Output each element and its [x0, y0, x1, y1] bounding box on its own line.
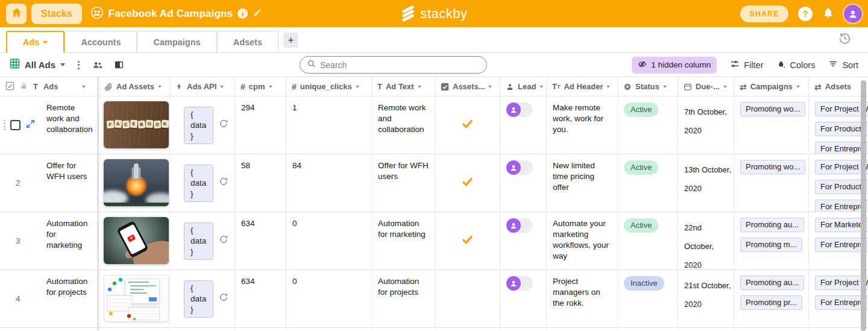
cell-assets-checkbox[interactable]	[435, 154, 500, 212]
cell-campaigns[interactable]: Promoting wo...	[734, 154, 809, 212]
cell-ad-header[interactable]: Project managers on the rokk.	[547, 270, 618, 327]
cell-lead[interactable]	[500, 212, 547, 270]
column-header-unique-clicks[interactable]: # unique_clicks	[286, 77, 372, 96]
campaign-link-pill[interactable]: Promoting wo...	[740, 160, 805, 174]
adset-link-pill[interactable]: For Project W	[815, 160, 868, 174]
cell-campaigns[interactable]: Promoting au... Promoting pr...	[734, 270, 809, 327]
chevron-down-icon[interactable]	[82, 86, 86, 88]
ad-asset-image[interactable]	[104, 217, 169, 264]
colors-button[interactable]: Colors	[777, 60, 816, 71]
rename-pencil-icon[interactable]	[253, 8, 262, 20]
row-checkbox[interactable]	[10, 120, 20, 130]
stacks-button[interactable]: Stacks	[31, 4, 82, 24]
cell-adsets[interactable]: For Project W For Product For Entrepre	[809, 96, 868, 154]
cell-cpm[interactable]: 634	[235, 270, 286, 327]
cell-ad-assets[interactable]	[99, 154, 170, 212]
campaign-link-pill[interactable]: Promoting m...	[740, 238, 802, 252]
history-icon[interactable]	[838, 32, 851, 47]
ad-asset-image[interactable]	[104, 275, 169, 322]
adset-link-pill[interactable]: For Product	[815, 122, 868, 136]
adset-link-pill[interactable]: For Project W	[815, 276, 868, 290]
cell-ad-header[interactable]: New limited time pricing offer	[547, 154, 618, 212]
view-selector[interactable]: All Ads	[10, 58, 65, 71]
column-header-ad-assets[interactable]: Ad Assets	[99, 77, 170, 96]
home-button[interactable]	[6, 4, 27, 24]
column-header-lead[interactable]: Lead	[500, 77, 547, 96]
help-icon[interactable]: ?	[798, 7, 813, 21]
filter-button[interactable]: Filter	[730, 59, 763, 71]
cell-ad-assets[interactable]	[99, 270, 170, 327]
refresh-icon[interactable]	[219, 119, 228, 131]
vertical-scrollbar[interactable]	[861, 80, 866, 331]
chevron-down-icon[interactable]	[539, 86, 543, 88]
cell-lead[interactable]	[500, 96, 547, 154]
share-button[interactable]: SHARE	[740, 5, 788, 22]
cell-cpm[interactable]: 58	[235, 154, 286, 212]
search-input[interactable]	[320, 60, 480, 70]
lead-chip[interactable]	[506, 276, 533, 291]
cell-ad-text[interactable]: Automation for projects	[372, 270, 435, 327]
cell-unique-clicks[interactable]: 0	[286, 212, 372, 270]
cell-status[interactable]: Active	[618, 212, 678, 270]
cell-ad-assets[interactable]: FACEBOOK	[99, 96, 170, 154]
lead-chip[interactable]	[506, 102, 533, 117]
api-data-chip[interactable]: { data }	[184, 222, 213, 260]
column-header-adsets[interactable]: ⇄ Adsets	[809, 77, 868, 96]
collaborators-icon[interactable]	[92, 60, 103, 71]
hidden-columns-badge[interactable]: 1 hidden column	[632, 57, 717, 74]
cell-due-date[interactable]: 21st October, 2020	[678, 270, 734, 327]
cell-adsets[interactable]: For Project W For Product For Entrepre	[809, 154, 868, 212]
user-avatar[interactable]	[844, 5, 862, 23]
cell-ad-text[interactable]: Offer for WFH users	[372, 154, 435, 212]
cell-ad-header[interactable]: Make remote work, work for you.	[547, 96, 618, 154]
adset-link-pill[interactable]: For Product	[815, 180, 868, 194]
campaign-link-pill[interactable]: Promoting pr...	[740, 295, 802, 310]
chevron-down-icon[interactable]	[723, 86, 727, 88]
api-data-chip[interactable]: { data }	[184, 280, 213, 318]
refresh-icon[interactable]	[219, 235, 228, 247]
ad-asset-image[interactable]	[104, 159, 169, 206]
sort-button[interactable]: Sort	[828, 59, 858, 71]
api-data-chip[interactable]: { data }	[184, 165, 213, 202]
lead-chip[interactable]	[506, 218, 533, 233]
chevron-down-icon[interactable]	[356, 86, 359, 88]
column-header-assets[interactable]: Assets...	[435, 77, 500, 96]
cell-ads[interactable]: 4 Automation for projects	[0, 270, 99, 327]
chevron-down-icon[interactable]	[606, 86, 610, 88]
select-all-checkbox[interactable]	[5, 81, 14, 92]
cell-campaigns[interactable]: Promoting au... Promoting m...	[734, 212, 809, 270]
cell-status[interactable]: Active	[618, 96, 678, 154]
add-table-button[interactable]: +	[283, 33, 298, 48]
adset-link-pill[interactable]: For Entrepre	[815, 238, 868, 252]
tab-ads[interactable]: Ads	[6, 31, 64, 53]
cell-ads[interactable]: 2 Offer for WFH users	[0, 154, 99, 212]
adset-link-pill[interactable]: For Markete	[815, 218, 868, 232]
ad-asset-image[interactable]: FACEBOOK	[104, 101, 169, 148]
cell-unique-clicks[interactable]: 84	[286, 154, 372, 212]
tab-adsets[interactable]: Adsets	[217, 31, 278, 53]
column-header-ads[interactable]: T Ads	[0, 77, 99, 96]
tab-accounts[interactable]: Accounts	[64, 31, 137, 53]
column-header-ad-header[interactable]: TT Ad Header	[547, 77, 618, 96]
chevron-down-icon[interactable]	[158, 86, 162, 88]
chevron-down-icon[interactable]	[269, 86, 272, 88]
cell-due-date[interactable]: 22nd October, 2020	[678, 212, 734, 270]
cell-status[interactable]: Inactive	[618, 270, 678, 327]
tab-campaigns[interactable]: Campaigns	[137, 31, 216, 53]
cell-ad-header[interactable]: Automate your marketing workflows, your …	[547, 212, 618, 270]
cell-ad-text[interactable]: Remote work and collaboration	[372, 96, 435, 154]
info-icon[interactable]: i	[237, 8, 248, 19]
cell-assets-checkbox[interactable]	[435, 212, 500, 270]
adset-link-pill[interactable]: For Project W	[815, 102, 868, 116]
cell-due-date[interactable]: 7th October, 2020	[678, 96, 734, 154]
cell-cpm[interactable]: 294	[235, 96, 286, 154]
column-header-campaigns[interactable]: ⇄ Campaigns	[734, 77, 809, 96]
cell-ads[interactable]: 3 Automation for marketing	[0, 212, 99, 270]
chevron-down-icon[interactable]	[796, 86, 800, 88]
notifications-bell-icon[interactable]	[822, 7, 834, 21]
cell-adsets[interactable]: For Project W For Entrepre	[809, 270, 868, 327]
api-data-chip[interactable]: { data }	[184, 107, 213, 144]
chevron-down-icon[interactable]	[663, 86, 667, 88]
adset-link-pill[interactable]: For Entrepre	[815, 295, 868, 310]
cell-campaigns[interactable]: Promoting wo...	[734, 96, 809, 154]
